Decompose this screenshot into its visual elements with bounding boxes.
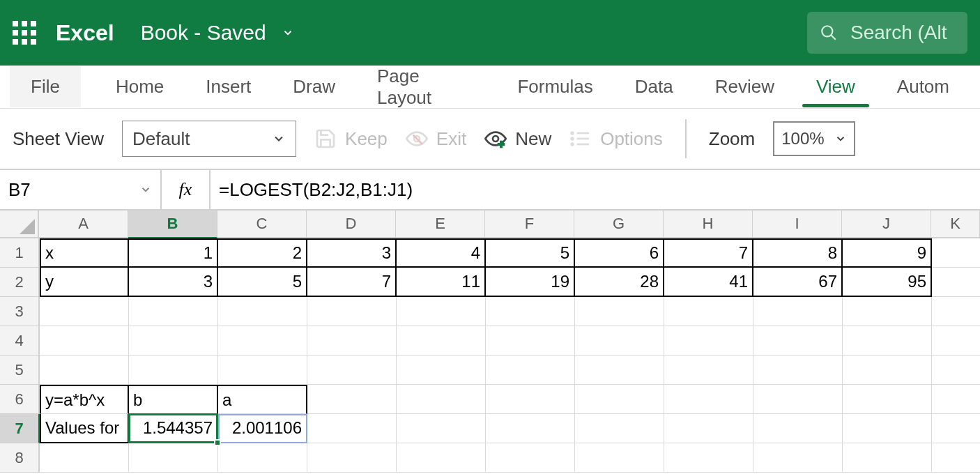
cell-j7[interactable] [843,414,932,443]
cell-f7[interactable] [486,414,575,443]
cell-d3[interactable] [307,297,397,326]
cell-g4[interactable] [575,326,664,356]
cell-h3[interactable] [664,297,753,326]
cell-h6[interactable] [664,385,753,414]
cell-k5[interactable] [932,356,980,385]
cell-e1[interactable]: 4 [397,238,486,268]
cell-d2[interactable]: 7 [307,268,397,297]
cell-b8[interactable] [129,443,218,473]
cell-c7[interactable]: 2.001106 [218,414,307,443]
cell-f4[interactable] [486,326,575,356]
cell-g2[interactable]: 28 [575,268,664,297]
cell-d8[interactable] [307,443,397,473]
cell-c5[interactable] [218,356,307,385]
cell-f5[interactable] [486,356,575,385]
cell-k4[interactable] [932,326,980,356]
cell-j4[interactable] [843,326,932,356]
cell-e7[interactable] [397,414,486,443]
cell-g1[interactable]: 6 [575,238,664,268]
cell-d1[interactable]: 3 [307,238,397,268]
cell-k3[interactable] [932,297,980,326]
cell-f2[interactable]: 19 [486,268,575,297]
cell-j2[interactable]: 95 [843,268,932,297]
name-box[interactable]: B7 [0,170,162,209]
app-launcher-icon[interactable] [13,21,36,45]
cell-i4[interactable] [753,326,843,356]
tab-automate[interactable]: Autom [876,66,970,107]
row-header-6[interactable]: 6 [0,385,40,414]
row-header-4[interactable]: 4 [0,326,40,356]
cell-e8[interactable] [397,443,486,473]
cell-j1[interactable]: 9 [843,238,932,268]
cell-e5[interactable] [397,356,486,385]
tab-home[interactable]: Home [95,66,185,107]
cell-g3[interactable] [575,297,664,326]
cell-i1[interactable]: 8 [753,238,843,268]
col-header-g[interactable]: G [574,211,664,238]
cell-e4[interactable] [397,326,486,356]
tab-formulas[interactable]: Formulas [496,66,613,107]
cell-b6[interactable]: b [129,385,218,414]
cell-e3[interactable] [397,297,486,326]
cell-a7[interactable]: Values for [40,414,129,443]
cell-i7[interactable] [753,414,843,443]
tab-file[interactable]: File [10,66,81,107]
cell-k2[interactable] [932,268,980,297]
cell-c2[interactable]: 5 [218,268,307,297]
cell-a2[interactable]: y [40,268,129,297]
col-header-e[interactable]: E [396,211,485,238]
cell-a5[interactable] [40,356,129,385]
search-box[interactable]: Search (Alt [807,12,967,54]
cell-k8[interactable] [932,443,980,473]
cell-i8[interactable] [753,443,843,473]
cell-d7[interactable] [307,414,397,443]
new-button[interactable]: New [484,128,551,150]
cell-j3[interactable] [843,297,932,326]
cell-g7[interactable] [575,414,664,443]
cell-a6[interactable]: y=a*b^x [40,385,129,414]
cell-k6[interactable] [932,385,980,414]
tab-draw[interactable]: Draw [272,66,356,107]
cell-a8[interactable] [40,443,129,473]
cell-i5[interactable] [753,356,843,385]
cell-j6[interactable] [843,385,932,414]
cell-a1[interactable]: x [40,238,129,268]
cell-g8[interactable] [575,443,664,473]
col-header-c[interactable]: C [217,211,307,238]
col-header-f[interactable]: F [485,211,574,238]
formula-bar[interactable]: =LOGEST(B2:J2,B1:J1) [210,170,980,209]
cell-b1[interactable]: 1 [129,238,218,268]
cell-h2[interactable]: 41 [664,268,753,297]
document-name[interactable]: Book - Saved [141,21,294,45]
cell-h7[interactable] [664,414,753,443]
cell-b4[interactable] [129,326,218,356]
col-header-i[interactable]: I [753,211,842,238]
tab-view[interactable]: View [795,66,876,107]
cell-k7[interactable] [932,414,980,443]
cell-h1[interactable]: 7 [664,238,753,268]
zoom-select[interactable]: 100% [773,121,855,156]
cell-h5[interactable] [664,356,753,385]
cell-c6[interactable]: a [218,385,307,414]
cell-f3[interactable] [486,297,575,326]
col-header-b[interactable]: B [128,211,217,238]
row-header-3[interactable]: 3 [0,297,40,326]
cell-b2[interactable]: 3 [129,268,218,297]
cell-g6[interactable] [575,385,664,414]
col-header-d[interactable]: D [307,211,396,238]
tab-insert[interactable]: Insert [185,66,272,107]
cell-i2[interactable]: 67 [753,268,843,297]
cell-e6[interactable] [397,385,486,414]
cell-i3[interactable] [753,297,843,326]
cell-h4[interactable] [664,326,753,356]
row-header-7[interactable]: 7 [0,414,40,443]
cell-d5[interactable] [307,356,397,385]
tab-data[interactable]: Data [614,66,694,107]
spreadsheet-grid[interactable]: A B C D E F G H I J K 1 2 3 4 5 6 7 8 x [0,211,980,473]
cell-b3[interactable] [129,297,218,326]
cell-f8[interactable] [486,443,575,473]
cell-f1[interactable]: 5 [486,238,575,268]
cell-e2[interactable]: 11 [397,268,486,297]
cell-a4[interactable] [40,326,129,356]
cell-j8[interactable] [843,443,932,473]
